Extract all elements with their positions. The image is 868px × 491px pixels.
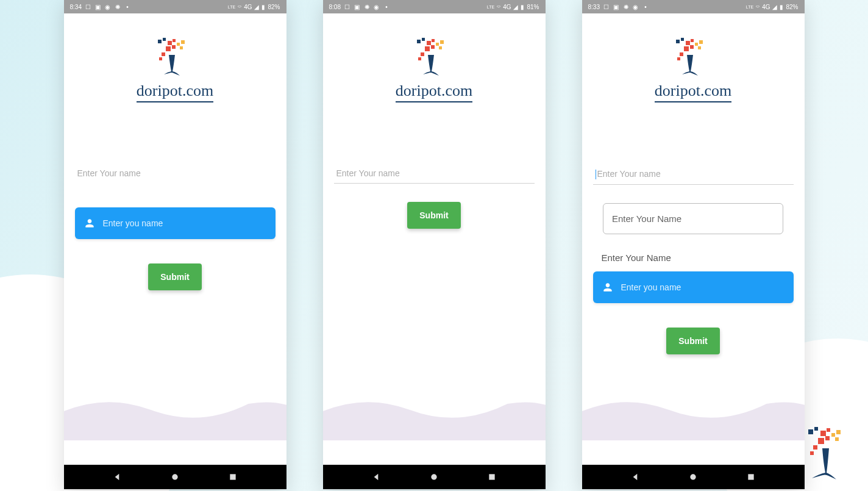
svg-rect-0: [158, 40, 162, 43]
lte-icon: LTE: [487, 5, 494, 9]
brand-title: doripot.com: [137, 82, 213, 102]
app-body: doripot.com Enter Your name Enter Your N…: [582, 13, 805, 465]
status-icon: •: [383, 4, 390, 10]
android-nav-bar: [323, 465, 546, 489]
svg-rect-16: [432, 39, 435, 42]
svg-rect-41: [820, 431, 826, 436]
status-icon: ◉: [374, 4, 380, 10]
wifi-icon: ⌔: [497, 4, 500, 10]
svg-rect-31: [690, 45, 694, 49]
svg-rect-43: [818, 438, 824, 444]
nav-back-icon[interactable]: [630, 472, 640, 482]
svg-rect-36: [677, 57, 680, 60]
svg-rect-25: [489, 474, 494, 479]
svg-rect-30: [684, 46, 689, 51]
network-label: 4G: [503, 4, 511, 10]
status-time: 8:08: [329, 4, 341, 10]
brand-logo: doripot.com: [396, 38, 472, 102]
nav-recent-icon[interactable]: [487, 472, 497, 482]
status-icon: ◉: [633, 4, 639, 10]
decorative-wave: [64, 367, 286, 440]
decorative-wave: [323, 367, 546, 440]
battery-percent: 82%: [786, 4, 798, 10]
network-label: 4G: [244, 4, 252, 10]
svg-rect-10: [159, 57, 162, 60]
brand-title: doripot.com: [396, 82, 472, 102]
phone-screen-1: 8:34 ☐ ▣ ◉ ✺ • LTE ⌔ 4G ◢ ▮ 82%: [64, 0, 286, 489]
brand-title: doripot.com: [655, 82, 731, 102]
svg-rect-49: [810, 451, 814, 455]
lte-icon: LTE: [228, 5, 235, 9]
signal-icon: ◢: [513, 4, 518, 10]
battery-icon: ▮: [780, 4, 783, 10]
svg-rect-20: [440, 40, 444, 44]
name-input-filled[interactable]: Enter you name: [75, 207, 276, 239]
nav-recent-icon[interactable]: [746, 472, 756, 482]
svg-rect-28: [686, 41, 690, 45]
name-input-outlined[interactable]: Enter Your Name: [603, 203, 783, 234]
person-icon: [84, 217, 96, 229]
svg-rect-6: [177, 43, 180, 46]
filled-input-placeholder: Enter you name: [103, 218, 163, 228]
submit-button[interactable]: Submit: [148, 263, 201, 290]
name-input-underline-focused[interactable]: Enter Your name: [593, 163, 794, 185]
nav-back-icon[interactable]: [112, 472, 122, 482]
app-body: doripot.com Enter you name Submit: [64, 13, 286, 465]
app-body: doripot.com Submit: [323, 13, 546, 465]
tree-logo-icon: [669, 38, 717, 81]
svg-rect-17: [425, 46, 430, 51]
android-nav-bar: [582, 465, 805, 489]
phone-screen-3: 8:33 ☐ ▣ ✺ ◉ • LTE ⌔ 4G ◢ ▮ 82%: [582, 0, 805, 489]
svg-rect-39: [808, 429, 813, 434]
status-icon: ✺: [364, 4, 370, 10]
svg-rect-26: [676, 40, 680, 43]
status-icon: ✺: [623, 4, 629, 10]
corner-tree-logo-icon: [801, 427, 856, 488]
nav-home-icon[interactable]: [170, 472, 180, 482]
nav-back-icon[interactable]: [371, 472, 381, 482]
network-label: 4G: [762, 4, 770, 10]
svg-rect-33: [699, 40, 703, 44]
status-icon: •: [124, 4, 130, 10]
status-icon: ▣: [613, 4, 619, 10]
name-input-underline[interactable]: [334, 163, 535, 184]
outlined-placeholder: Enter Your Name: [612, 213, 681, 224]
svg-rect-27: [681, 38, 684, 41]
svg-rect-3: [173, 39, 176, 42]
name-input-filled[interactable]: Enter you name: [593, 271, 794, 303]
svg-rect-8: [180, 46, 183, 49]
status-time: 8:33: [588, 4, 600, 10]
svg-rect-21: [439, 46, 442, 49]
nav-recent-icon[interactable]: [228, 472, 238, 482]
svg-point-11: [172, 474, 177, 479]
submit-button[interactable]: Submit: [407, 202, 460, 229]
status-icon: ▣: [354, 4, 360, 10]
name-field-label: Enter Your Name: [593, 253, 794, 263]
status-time: 8:34: [70, 4, 82, 10]
submit-button[interactable]: Submit: [666, 328, 719, 354]
battery-icon: ▮: [521, 4, 524, 10]
android-nav-bar: [64, 465, 286, 489]
status-icon: ✺: [115, 4, 121, 10]
svg-rect-46: [836, 430, 841, 434]
phone-screen-2: 8:08 ☐ ▣ ✺ ◉ • LTE ⌔ 4G ◢ ▮ 81%: [323, 0, 546, 489]
svg-rect-5: [172, 45, 176, 49]
android-status-bar: 8:33 ☐ ▣ ✺ ◉ • LTE ⌔ 4G ◢ ▮ 82%: [582, 0, 805, 13]
decorative-wave: [582, 367, 805, 440]
status-icon: ☐: [85, 4, 91, 10]
tree-logo-icon: [151, 38, 199, 81]
battery-percent: 81%: [527, 4, 539, 10]
name-input-underline[interactable]: [75, 163, 276, 183]
svg-rect-14: [422, 38, 425, 41]
svg-rect-12: [230, 474, 235, 479]
svg-rect-32: [695, 43, 698, 46]
svg-rect-48: [813, 445, 817, 450]
wifi-icon: ⌔: [756, 4, 760, 10]
status-icon: ◉: [105, 4, 111, 10]
nav-home-icon[interactable]: [688, 472, 698, 482]
wifi-icon: ⌔: [238, 4, 241, 10]
placeholder-text: Enter Your name: [597, 169, 661, 179]
android-status-bar: 8:34 ☐ ▣ ◉ ✺ • LTE ⌔ 4G ◢ ▮ 82%: [64, 0, 286, 13]
nav-home-icon[interactable]: [429, 472, 439, 482]
status-icon: ☐: [603, 4, 610, 10]
